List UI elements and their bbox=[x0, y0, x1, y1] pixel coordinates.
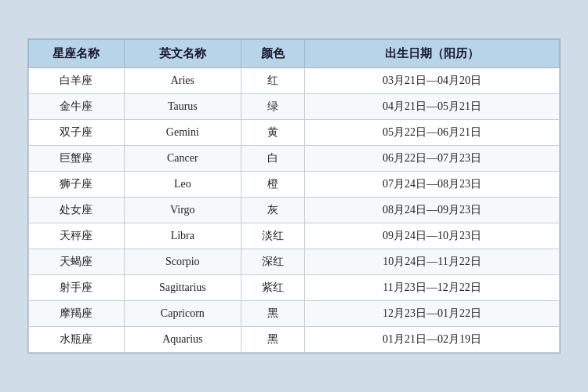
english-name: Gemini bbox=[124, 120, 241, 146]
chinese-name: 天蝎座 bbox=[29, 249, 125, 275]
table-row: 金牛座Taurus绿04月21日—05月21日 bbox=[29, 94, 560, 120]
color-cell: 红 bbox=[241, 68, 304, 94]
color-cell: 淡红 bbox=[241, 223, 304, 249]
date-range: 05月22日—06月21日 bbox=[305, 120, 560, 146]
zodiac-table-container: 星座名称 英文名称 颜色 出生日期（阳历） 白羊座Aries红03月21日—04… bbox=[27, 38, 561, 354]
header-dates: 出生日期（阳历） bbox=[305, 40, 560, 68]
table-row: 双子座Gemini黄05月22日—06月21日 bbox=[29, 120, 560, 146]
table-row: 天蝎座Scorpio深红10月24日—11月22日 bbox=[29, 249, 560, 275]
color-cell: 黑 bbox=[241, 327, 304, 353]
chinese-name: 射手座 bbox=[29, 275, 125, 301]
chinese-name: 摩羯座 bbox=[29, 301, 125, 327]
date-range: 04月21日—05月21日 bbox=[305, 94, 560, 120]
header-color: 颜色 bbox=[241, 40, 304, 68]
date-range: 03月21日—04月20日 bbox=[305, 68, 560, 94]
english-name: Leo bbox=[124, 172, 241, 198]
table-row: 处女座Virgo灰08月24日—09月23日 bbox=[29, 198, 560, 223]
english-name: Libra bbox=[124, 223, 241, 249]
date-range: 07月24日—08月23日 bbox=[305, 172, 560, 198]
table-row: 天秤座Libra淡红09月24日—10月23日 bbox=[29, 223, 560, 249]
color-cell: 灰 bbox=[241, 198, 304, 223]
table-row: 白羊座Aries红03月21日—04月20日 bbox=[29, 68, 560, 94]
date-range: 08月24日—09月23日 bbox=[305, 198, 560, 223]
table-row: 水瓶座Aquarius黑01月21日—02月19日 bbox=[29, 327, 560, 353]
english-name: Sagittarius bbox=[124, 275, 241, 301]
table-row: 摩羯座Capricorn黑12月23日—01月22日 bbox=[29, 301, 560, 327]
date-range: 09月24日—10月23日 bbox=[305, 223, 560, 249]
english-name: Virgo bbox=[124, 198, 241, 223]
date-range: 06月22日—07月23日 bbox=[305, 146, 560, 172]
table-row: 射手座Sagittarius紫红11月23日—12月22日 bbox=[29, 275, 560, 301]
chinese-name: 巨蟹座 bbox=[29, 146, 125, 172]
date-range: 01月21日—02月19日 bbox=[305, 327, 560, 353]
english-name: Taurus bbox=[124, 94, 241, 120]
table-body: 白羊座Aries红03月21日—04月20日金牛座Taurus绿04月21日—0… bbox=[29, 68, 560, 353]
date-range: 11月23日—12月22日 bbox=[305, 275, 560, 301]
chinese-name: 天秤座 bbox=[29, 223, 125, 249]
english-name: Cancer bbox=[124, 146, 241, 172]
color-cell: 黄 bbox=[241, 120, 304, 146]
table-row: 巨蟹座Cancer白06月22日—07月23日 bbox=[29, 146, 560, 172]
color-cell: 橙 bbox=[241, 172, 304, 198]
color-cell: 黑 bbox=[241, 301, 304, 327]
color-cell: 白 bbox=[241, 146, 304, 172]
chinese-name: 狮子座 bbox=[29, 172, 125, 198]
header-english-name: 英文名称 bbox=[124, 40, 241, 68]
date-range: 12月23日—01月22日 bbox=[305, 301, 560, 327]
chinese-name: 金牛座 bbox=[29, 94, 125, 120]
english-name: Aquarius bbox=[124, 327, 241, 353]
english-name: Aries bbox=[124, 68, 241, 94]
chinese-name: 水瓶座 bbox=[29, 327, 125, 353]
color-cell: 绿 bbox=[241, 94, 304, 120]
zodiac-table: 星座名称 英文名称 颜色 出生日期（阳历） 白羊座Aries红03月21日—04… bbox=[28, 39, 560, 353]
header-chinese-name: 星座名称 bbox=[29, 40, 125, 68]
chinese-name: 双子座 bbox=[29, 120, 125, 146]
date-range: 10月24日—11月22日 bbox=[305, 249, 560, 275]
color-cell: 紫红 bbox=[241, 275, 304, 301]
color-cell: 深红 bbox=[241, 249, 304, 275]
english-name: Scorpio bbox=[124, 249, 241, 275]
table-header-row: 星座名称 英文名称 颜色 出生日期（阳历） bbox=[29, 40, 560, 68]
table-row: 狮子座Leo橙07月24日—08月23日 bbox=[29, 172, 560, 198]
chinese-name: 处女座 bbox=[29, 198, 125, 223]
chinese-name: 白羊座 bbox=[29, 68, 125, 94]
english-name: Capricorn bbox=[124, 301, 241, 327]
